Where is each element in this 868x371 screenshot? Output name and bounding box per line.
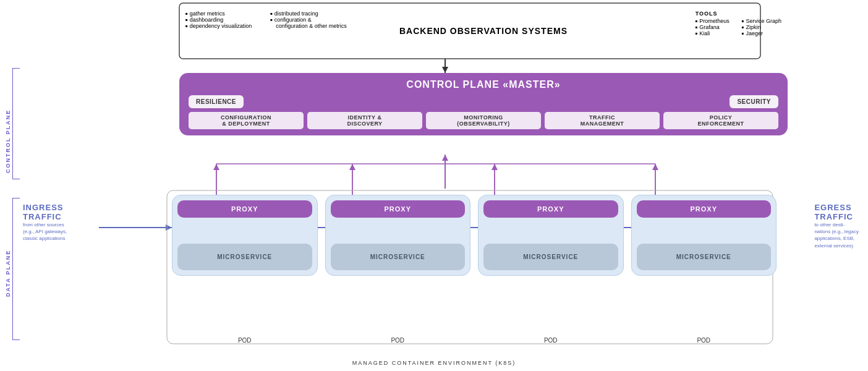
backend-obs-left-col: ■gather metrics ■dashboarding ■dependenc… [185, 11, 252, 29]
pod-1: PROXY MICROSERVICE [172, 195, 318, 276]
obs-item-5: ■configuration & [270, 17, 347, 23]
tool-5: ■Zipkin [742, 24, 781, 30]
pod4-label: POD [631, 337, 777, 344]
backend-obs-features: ■gather metrics ■dashboarding ■dependenc… [185, 11, 347, 29]
cp-sub-modules: CONFIGURATION& DEPLOYMENT IDENTITY &DISC… [189, 112, 778, 129]
pod4-proxy: PROXY [637, 200, 772, 218]
backend-obs-title: BACKEND OBSERVATION SYSTEMS [394, 26, 572, 36]
data-plane-bracket [12, 198, 20, 340]
tool-1: ■Prometheus [696, 18, 730, 24]
pod4-microservice: MICROSERVICE [637, 244, 772, 270]
cp-resilience: RESILIENCE [189, 95, 244, 108]
egress-subtitle: to other desti-nations (e.g., legacyappl… [814, 221, 859, 249]
pod-labels: POD POD POD POD [172, 337, 777, 344]
pod2-proxy: PROXY [331, 200, 466, 218]
ingress-subtitle: from other sources(e.g., API gateways,cl… [23, 221, 67, 242]
tools-group: TOOLS ■Prometheus ■Grafana ■Kiali ■Servi… [696, 11, 781, 36]
obs-item-4: ■distributed tracing [270, 11, 347, 17]
pod3-microservice: MICROSERVICE [483, 244, 618, 270]
tools-left-col: ■Prometheus ■Grafana ■Kiali [696, 18, 730, 36]
control-plane-label: CONTROL PLANE [5, 74, 11, 173]
tool-2: ■Grafana [696, 24, 730, 30]
pod-4: PROXY MICROSERVICE [631, 195, 777, 276]
cp-top-modules: RESILIENCE SECURITY [189, 95, 778, 108]
pod3-label: POD [478, 337, 624, 344]
control-plane-bracket [12, 68, 20, 179]
cp-traffic-mgmt: TRAFFICMANAGEMENT [545, 112, 660, 129]
ingress-title: INGRESSTRAFFIC [23, 203, 67, 221]
obs-item-1: ■gather metrics [185, 11, 252, 17]
tool-6: ■Jaeger [742, 30, 781, 36]
cp-security: SECURITY [730, 95, 778, 108]
pod-3: PROXY MICROSERVICE [478, 195, 624, 276]
pod1-microservice: MICROSERVICE [177, 244, 312, 270]
control-plane-title: CONTROL PLANE «MASTER» [189, 79, 778, 90]
tools-label: TOOLS [696, 11, 781, 17]
svg-marker-20 [491, 164, 498, 170]
pod2-microservice: MICROSERVICE [331, 244, 466, 270]
svg-marker-16 [213, 164, 219, 170]
svg-marker-5 [442, 155, 448, 161]
pod1-label: POD [172, 337, 318, 344]
cp-monitoring: MONITORING(OBSERVABILITY) [426, 112, 541, 129]
pod-2: PROXY MICROSERVICE [325, 195, 471, 276]
svg-marker-18 [349, 164, 355, 170]
ingress-label: INGRESSTRAFFIC from other sources(e.g., … [23, 203, 67, 242]
svg-marker-22 [652, 164, 658, 170]
obs-item-2: ■dashboarding [185, 17, 252, 23]
cp-policy: POLICYENFORCEMENT [663, 112, 778, 129]
svg-marker-24 [166, 224, 172, 231]
tools-right-col: ■Service Graph ■Zipkin ■Jaeger [742, 18, 781, 36]
main-container: DATA TRAFFIC DATA TRAFFIC CONTROL PLANE … [0, 0, 868, 371]
managed-container-label: MANAGED CONTAINER ENVIRONMENT (K8S) [352, 360, 516, 366]
tool-4: ■Service Graph [742, 18, 781, 24]
egress-label: EGRESSTRAFFIC to other desti-nations (e.… [814, 203, 859, 249]
tools-section: TOOLS ■Prometheus ■Grafana ■Kiali ■Servi… [696, 11, 781, 36]
cp-identity-discovery: IDENTITY &DISCOVERY [307, 112, 422, 129]
svg-marker-2 [442, 67, 448, 73]
pods-row: PROXY MICROSERVICE PROXY MICROSERVICE PR… [172, 195, 777, 276]
pod2-label: POD [325, 337, 471, 344]
obs-item-5b: configuration & other metrics [270, 23, 347, 29]
backend-obs-right-col: ■distributed tracing ■configuration & co… [270, 11, 347, 29]
obs-item-3: ■dependency visualization [185, 23, 252, 29]
pod1-proxy: PROXY [177, 200, 312, 218]
control-plane-box: CONTROL PLANE «MASTER» RESILIENCE SECURI… [179, 73, 788, 135]
egress-title: EGRESSTRAFFIC [814, 203, 859, 221]
data-plane-label: DATA PLANE [5, 210, 11, 297]
pod3-proxy: PROXY [483, 200, 618, 218]
cp-config-deploy: CONFIGURATION& DEPLOYMENT [189, 112, 304, 129]
tool-3: ■Kiali [696, 30, 730, 36]
